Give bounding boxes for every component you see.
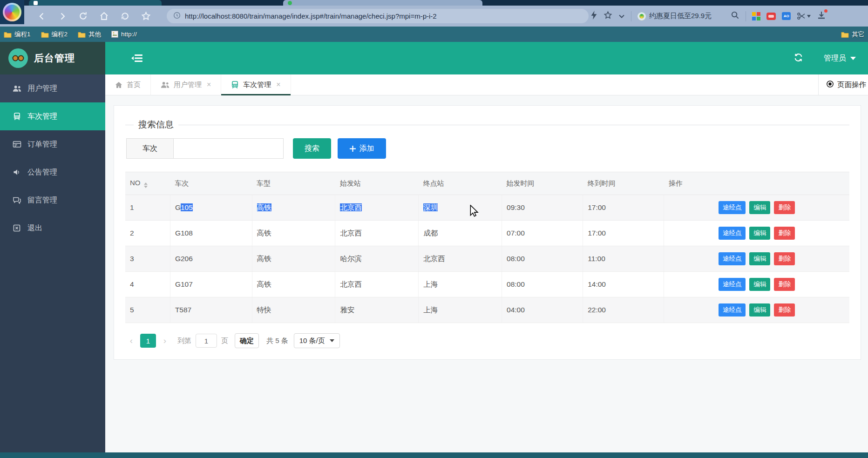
browser-toolbar: http://localhost:8080/train/manage/index…: [0, 6, 868, 27]
bookmark-label: 其他: [88, 30, 101, 39]
back-icon[interactable]: [37, 12, 47, 21]
tab-favicon: [34, 1, 38, 5]
goto-page-input[interactable]: [196, 334, 217, 348]
search-fieldset: 搜索信息 车次 搜索 添加: [125, 119, 849, 159]
refresh-icon[interactable]: [78, 11, 88, 21]
bottom-strip: [0, 452, 868, 458]
cell-end-time: 17:00: [583, 195, 664, 221]
chevron-down-icon[interactable]: [618, 12, 625, 20]
tab-trains[interactable]: 车次管理×: [221, 74, 291, 95]
user-menu[interactable]: 管理员: [824, 54, 856, 63]
next-page-icon[interactable]: ›: [159, 336, 171, 346]
delete-button[interactable]: 删除: [774, 278, 795, 291]
cell-train-number: T587: [170, 297, 252, 323]
delete-button[interactable]: 删除: [774, 227, 795, 240]
per-page-select[interactable]: 10 条/页: [294, 333, 340, 348]
column-header-0[interactable]: NO: [125, 172, 170, 195]
sidebar-item-notices[interactable]: 公告管理: [0, 158, 105, 186]
promo-link[interactable]: 约惠夏日低至29.9元: [637, 12, 712, 20]
current-page-button[interactable]: 1: [140, 334, 156, 348]
cell-train-type: 高铁: [252, 272, 335, 297]
browser-logo[interactable]: [0, 0, 24, 24]
home-icon[interactable]: [99, 11, 109, 21]
delete-button[interactable]: 删除: [774, 252, 795, 265]
cell-no: 4: [125, 272, 170, 297]
flash-icon[interactable]: [590, 11, 597, 21]
train-number-input[interactable]: [174, 138, 284, 159]
search-icon[interactable]: [731, 11, 739, 21]
bookmark-item[interactable]: 编程2: [41, 30, 68, 39]
tab-home[interactable]: 首页: [105, 74, 151, 95]
bookmark-item[interactable]: 编程1: [4, 30, 31, 39]
sidebar-item-label: 退出: [27, 223, 42, 233]
waypoint-button[interactable]: 途经点: [719, 252, 746, 265]
delete-button[interactable]: 删除: [774, 303, 795, 317]
column-header-1: 车次: [170, 172, 252, 195]
ao-extension-icon[interactable]: AO: [782, 12, 791, 20]
bookmark-star-icon[interactable]: [141, 11, 151, 21]
forward-icon[interactable]: [58, 12, 67, 21]
page-operations-button[interactable]: 页面操作: [818, 74, 868, 95]
waypoint-button[interactable]: 途经点: [719, 303, 746, 317]
refresh-page-icon[interactable]: [793, 53, 803, 64]
sidebar-item-users[interactable]: 用户管理: [0, 74, 105, 102]
sidebar-item-logout[interactable]: 退出: [0, 214, 105, 242]
cell-end-time: 22:00: [583, 297, 664, 323]
favorite-star-icon[interactable]: [604, 11, 612, 21]
delete-button[interactable]: 删除: [774, 201, 795, 214]
apps-grid-icon[interactable]: [752, 12, 760, 20]
sidebar-toggle-icon[interactable]: [131, 54, 143, 63]
search-button[interactable]: 搜索: [293, 138, 331, 159]
cell-actions: 途经点编辑删除: [664, 272, 849, 297]
sort-icon[interactable]: [144, 182, 148, 188]
add-button[interactable]: 添加: [338, 138, 386, 159]
app-logo: [8, 48, 28, 68]
undo-icon[interactable]: [120, 11, 130, 21]
table-row: 2G108高铁北京西成都07:0017:00途经点编辑删除: [125, 221, 849, 246]
bookmark-item-overflow[interactable]: 其它: [841, 27, 868, 42]
bookmark-item[interactable]: 其他: [78, 30, 101, 39]
edit-button[interactable]: 编辑: [749, 278, 770, 291]
cell-start-station: 北京西: [335, 221, 419, 246]
page-icon: [111, 31, 118, 38]
tab-users[interactable]: 用户管理×: [151, 74, 221, 95]
tab-close-icon[interactable]: ×: [276, 81, 280, 89]
column-header-label: 终点站: [423, 179, 444, 187]
site-info-icon[interactable]: [173, 12, 181, 21]
column-header-label: NO: [130, 179, 141, 187]
tab-label: 首页: [127, 81, 141, 89]
browser-chrome: http://localhost:8080/train/manage/index…: [0, 0, 868, 42]
url-bar[interactable]: http://localhost:8080/train/manage/index…: [167, 9, 589, 23]
tab-close-icon[interactable]: ×: [207, 81, 211, 89]
sidebar-item-messages[interactable]: 留言管理: [0, 186, 105, 214]
edit-button[interactable]: 编辑: [749, 227, 770, 240]
waypoint-button[interactable]: 途经点: [719, 201, 746, 214]
edit-button[interactable]: 编辑: [749, 303, 770, 317]
goto-confirm-button[interactable]: 确定: [235, 333, 259, 348]
edit-button[interactable]: 编辑: [749, 252, 770, 265]
prev-page-icon[interactable]: ‹: [125, 336, 137, 346]
cell-train-number: G107: [170, 272, 252, 297]
download-icon[interactable]: [817, 11, 826, 21]
sidebar-item-trains[interactable]: 车次管理: [0, 102, 105, 130]
column-header-label: 始发站: [340, 179, 361, 187]
edit-button[interactable]: 编辑: [749, 201, 770, 214]
browser-tab-2-active[interactable]: [283, 0, 482, 6]
cell-train-type: 特快: [252, 297, 335, 323]
screenshot-scissors-icon[interactable]: [797, 12, 811, 20]
column-header-label: 车次: [175, 179, 189, 187]
cell-train-number: G206: [170, 246, 252, 272]
browser-logo-icon: [3, 3, 21, 21]
users-icon: [161, 81, 170, 88]
cell-start-time: 08:00: [502, 272, 583, 297]
waypoint-button[interactable]: 途经点: [719, 278, 746, 291]
waypoint-button[interactable]: 途经点: [719, 227, 746, 240]
bookmark-item[interactable]: http://: [111, 31, 137, 38]
browser-tab-1[interactable]: [29, 0, 162, 6]
cell-train-type: 高铁: [252, 246, 335, 272]
cell-start-station: 北京西: [335, 272, 419, 297]
train-icon: [12, 112, 21, 121]
cell-start-time: 07:00: [502, 221, 583, 246]
games-icon[interactable]: [766, 13, 776, 20]
sidebar-item-orders[interactable]: 订单管理: [0, 130, 105, 158]
